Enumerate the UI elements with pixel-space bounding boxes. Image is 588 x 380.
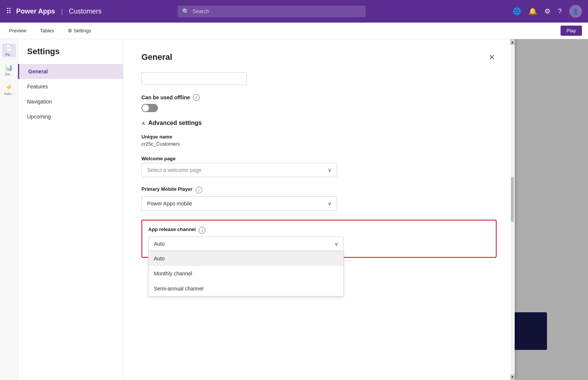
offline-setting-row: Can be used offline i [141, 94, 497, 112]
bell-icon[interactable]: 🔔 [529, 7, 537, 15]
settings-nav-features[interactable]: Features [18, 79, 123, 94]
release-channel-dropdown-container: Auto ∨ Auto Monthly channel [148, 237, 490, 251]
unique-name-group: Unique name cr25c_Customers [141, 134, 497, 147]
release-channel-option-semi-annual[interactable]: Semi-annual channel [149, 281, 343, 296]
settings-section-title: General [141, 52, 172, 62]
offline-info-icon[interactable]: i [193, 94, 200, 101]
sidebar-auto-label: Auto... [4, 92, 14, 96]
mobile-player-label: Primary Mobile Player [141, 186, 193, 192]
close-button[interactable]: ✕ [487, 51, 497, 63]
nav-icons: 🌐 🔔 ⚙ ? 👤 [513, 5, 582, 18]
release-channel-option-auto[interactable]: Auto [149, 251, 343, 266]
release-channel-option-monthly[interactable]: Monthly channel [149, 266, 343, 281]
sidebar-item-data[interactable]: 📊 Da... [2, 63, 16, 77]
settings-scrollbar: ▲ ▼ [510, 39, 515, 380]
auto-icon: ⚡ [5, 84, 13, 91]
toggle-knob [142, 105, 149, 111]
app-name-input[interactable] [141, 72, 247, 85]
avatar[interactable]: 👤 [569, 5, 582, 18]
sidebar-data-label: Da... [5, 72, 12, 76]
mobile-player-dropdown[interactable]: Power Apps mobile ∨ [141, 196, 337, 211]
advanced-settings-header[interactable]: ∧ Advanced settings [141, 120, 497, 126]
sub-nav-preview[interactable]: Preview [6, 23, 29, 39]
offline-toggle[interactable] [141, 104, 158, 112]
welcome-page-dropdown-container: Select a welcome page ∨ [141, 163, 497, 177]
gear-icon[interactable]: ⚙ [544, 7, 550, 15]
scroll-thumb[interactable] [511, 177, 514, 222]
unique-name-value: cr25c_Customers [141, 141, 497, 147]
release-channel-dropdown[interactable]: Auto ∨ [148, 237, 344, 251]
release-channel-label: App release channel [148, 226, 196, 232]
mobile-player-dropdown-container: Power Apps mobile ∨ [141, 196, 497, 211]
sub-nav-tables[interactable]: Tables [37, 23, 57, 39]
settings-nav-upcoming[interactable]: Upcoming [18, 109, 123, 124]
globe-icon[interactable]: 🌐 [513, 7, 521, 15]
mobile-player-info-icon[interactable]: i [196, 187, 202, 193]
offline-label-row: Can be used offline i [141, 94, 497, 101]
sub-nav-settings[interactable]: ⚙ Settings [65, 23, 94, 39]
release-channel-dropdown-menu: Auto Monthly channel Semi-annual channel [148, 251, 344, 296]
advanced-title: Advanced settings [148, 120, 202, 126]
settings-nav-navigation[interactable]: Navigation [18, 94, 123, 109]
welcome-page-placeholder: Select a welcome page [147, 167, 202, 173]
help-icon[interactable]: ? [558, 8, 562, 15]
scroll-track [511, 46, 514, 373]
scroll-down-button[interactable]: ▼ [510, 374, 515, 380]
sidebar-item-pages[interactable]: 📄 Pa... [2, 44, 16, 57]
settings-sidebar: Settings General Features Navigation Upc… [18, 39, 123, 380]
release-channel-info-icon[interactable]: i [199, 227, 205, 234]
grid-icon[interactable]: ⠿ [6, 7, 12, 16]
main-layout: 📄 Pa... 📊 Da... ⚡ Auto... Settings Gener… [0, 39, 588, 380]
sub-nav: Preview Tables ⚙ Settings Play [0, 23, 588, 39]
settings-header: General ✕ [141, 51, 497, 63]
play-button[interactable]: Play [561, 26, 582, 36]
nav-divider: | [61, 8, 63, 15]
top-nav: ⠿ Power Apps | Customers 🔍 🌐 🔔 ⚙ ? 👤 [0, 0, 588, 23]
mobile-player-value: Power Apps mobile [147, 201, 192, 207]
sidebar-pages-label: Pa... [5, 53, 12, 56]
brand-label: Power Apps [16, 8, 55, 15]
settings-title: Settings [18, 47, 123, 64]
release-channel-chevron-icon: ∨ [334, 241, 338, 247]
settings-content: General ✕ Can be used offline i [123, 39, 515, 380]
welcome-page-label: Welcome page [141, 156, 497, 161]
mobile-player-chevron-icon: ∨ [328, 201, 331, 207]
scroll-up-button[interactable]: ▲ [510, 39, 515, 45]
search-input[interactable] [193, 8, 361, 14]
mobile-player-label-row: Primary Mobile Player i [141, 186, 497, 193]
unique-name-label: Unique name [141, 134, 497, 140]
sidebar-item-auto[interactable]: ⚡ Auto... [2, 83, 16, 96]
mobile-player-group: Primary Mobile Player i Power Apps mobil… [141, 186, 497, 211]
release-channel-section: App release channel i Auto ∨ Auto [141, 220, 497, 258]
welcome-page-dropdown[interactable]: Select a welcome page ∨ [141, 163, 337, 177]
content-area: Settings General Features Navigation Upc… [18, 39, 588, 380]
release-channel-value: Auto [154, 241, 165, 247]
release-channel-label-row: App release channel i [148, 226, 490, 234]
search-bar[interactable]: 🔍 [178, 6, 366, 17]
data-icon: 📊 [5, 64, 13, 71]
welcome-page-group: Welcome page Select a welcome page ∨ [141, 156, 497, 177]
search-icon: 🔍 [182, 8, 190, 15]
settings-modal: Settings General Features Navigation Upc… [18, 39, 515, 380]
app-name-label: Customers [69, 8, 102, 15]
advanced-chevron-icon: ∧ [141, 120, 145, 126]
welcome-page-chevron-icon: ∨ [328, 167, 331, 173]
pages-icon: 📄 [5, 44, 13, 52]
app-sidebar: 📄 Pa... 📊 Da... ⚡ Auto... [0, 39, 18, 380]
offline-label: Can be used offline [141, 94, 190, 100]
settings-nav-general[interactable]: General [18, 64, 123, 79]
